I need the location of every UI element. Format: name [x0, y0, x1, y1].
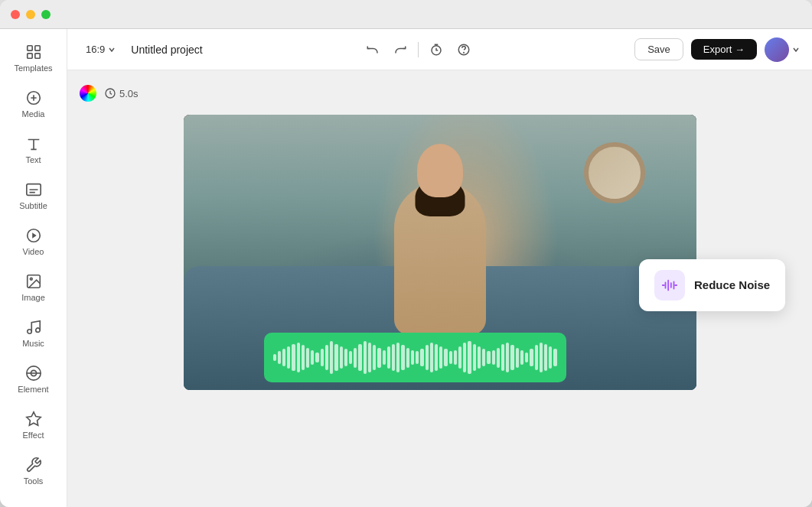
- project-title: Untitled project: [131, 44, 202, 56]
- waveform-bar: [501, 344, 504, 372]
- element-icon: [25, 365, 42, 382]
- svg-point-15: [35, 328, 40, 333]
- sidebar-item-video[interactable]: Video: [6, 220, 61, 263]
- waveform-bar: [349, 351, 352, 363]
- avatar-dropdown[interactable]: [765, 37, 800, 62]
- sidebar-item-image[interactable]: Image: [6, 266, 61, 309]
- waveform-bar: [473, 344, 476, 372]
- waveform-bar: [520, 350, 523, 366]
- sidebar-item-subtitle[interactable]: Subtitle: [6, 174, 61, 217]
- avatar: [765, 37, 789, 62]
- sidebar-item-element[interactable]: Element: [6, 358, 61, 401]
- svg-rect-3: [34, 54, 39, 58]
- color-wheel-button[interactable]: [80, 85, 96, 102]
- waveform-bar: [321, 349, 324, 366]
- waveform-bar: [396, 343, 399, 372]
- waveform-bar: [535, 345, 538, 370]
- waveform-bar: [487, 351, 490, 363]
- waveform-icon: [661, 277, 678, 294]
- waveform-bar: [387, 346, 390, 369]
- video-preview[interactable]: [184, 115, 696, 390]
- undo-icon: [366, 43, 380, 57]
- sidebar-item-media[interactable]: Media: [6, 83, 61, 125]
- waveform-bar: [525, 353, 528, 362]
- waveform-bar: [306, 348, 309, 368]
- title-bar: [0, 0, 812, 29]
- toolbar-right: Save Export →: [634, 37, 800, 62]
- waveform-bar: [364, 341, 367, 373]
- person-element: [363, 142, 517, 335]
- waveform-bar: [325, 345, 328, 370]
- waveform-bar: [553, 349, 556, 366]
- text-icon: [25, 135, 42, 152]
- waveform-bar: [278, 351, 281, 363]
- waveform-bar: [383, 350, 386, 366]
- waveform-bar: [273, 354, 276, 362]
- svg-point-14: [27, 330, 31, 334]
- sidebar-item-effect[interactable]: Effect: [6, 404, 61, 447]
- waveform-bar: [392, 344, 395, 372]
- mirror-element: [584, 142, 645, 203]
- sidebar-item-tools[interactable]: Tools: [6, 450, 61, 492]
- chevron-down-icon: [108, 46, 116, 54]
- waveform-bar: [506, 343, 509, 372]
- waveform-bar: [439, 346, 442, 369]
- sidebar-item-music[interactable]: Music: [6, 312, 61, 355]
- waveform-bar: [411, 350, 414, 366]
- waveform-bar: [302, 345, 305, 370]
- waveform-bar: [444, 349, 447, 366]
- audio-track[interactable]: [264, 333, 566, 382]
- waveform-bar: [377, 348, 380, 368]
- export-button[interactable]: Export →: [691, 39, 757, 60]
- waveform-bar: [287, 346, 290, 369]
- noise-icon-background: [654, 270, 685, 301]
- minimize-button[interactable]: [26, 10, 35, 19]
- canvas-toolbar: 5.0s: [80, 78, 800, 109]
- timer-icon: [429, 43, 443, 57]
- timer-button[interactable]: [426, 40, 446, 60]
- person-head: [417, 144, 463, 197]
- waveform-bar: [449, 351, 452, 363]
- tools-icon: [25, 457, 42, 473]
- waveform-bar: [426, 345, 429, 370]
- waveform-bar: [420, 349, 423, 366]
- undo-button[interactable]: [363, 40, 383, 60]
- svg-marker-18: [26, 412, 40, 425]
- waveform-bar: [463, 343, 466, 372]
- waveform-bar: [282, 349, 285, 366]
- waveform-bar: [454, 350, 457, 366]
- close-button[interactable]: [11, 10, 20, 19]
- aspect-ratio-button[interactable]: 16:9: [80, 41, 122, 58]
- video-icon: [25, 227, 42, 244]
- reduce-noise-tooltip[interactable]: Reduce Noise: [639, 259, 785, 311]
- waveform-bar: [416, 351, 419, 363]
- waveform-bar: [478, 346, 481, 369]
- waveform-bar: [458, 346, 461, 369]
- waveform-bar: [497, 348, 500, 368]
- redo-icon: [393, 43, 407, 57]
- save-button[interactable]: Save: [634, 38, 683, 60]
- person-body: [394, 182, 486, 335]
- plus-circle-icon: [25, 89, 42, 106]
- maximize-button[interactable]: [41, 10, 51, 19]
- clock-icon: [104, 87, 116, 99]
- redo-button[interactable]: [390, 40, 410, 60]
- reduce-noise-label: Reduce Noise: [694, 278, 770, 291]
- waveform-bar: [468, 341, 471, 373]
- duration-badge: 5.0s: [104, 87, 139, 99]
- waveform-bar: [510, 345, 514, 370]
- effect-icon: [25, 411, 42, 427]
- waveform-bar: [311, 350, 314, 366]
- toolbar-divider: [418, 42, 419, 57]
- main-layout: Templates Media Text: [0, 29, 812, 507]
- waveform-bar: [330, 341, 333, 373]
- svg-rect-0: [27, 46, 31, 50]
- help-button[interactable]: [454, 40, 474, 60]
- music-icon: [25, 319, 42, 336]
- waveform-bar: [492, 350, 495, 366]
- sidebar-item-text[interactable]: Text: [6, 128, 61, 171]
- waveform-bar: [401, 345, 404, 370]
- sidebar-item-templates[interactable]: Templates: [6, 37, 61, 80]
- waveform-bar: [530, 349, 533, 366]
- grid-icon: [25, 44, 42, 60]
